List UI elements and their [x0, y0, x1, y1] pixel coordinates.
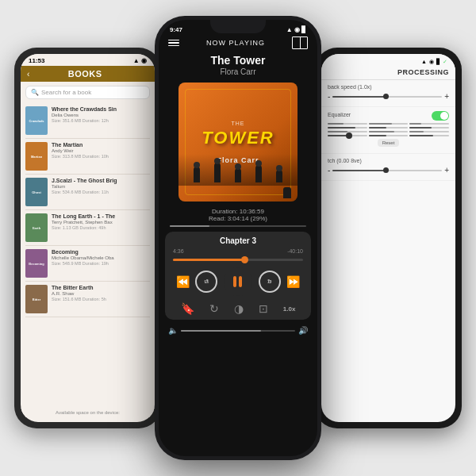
equalizer-toggle[interactable]: [432, 111, 449, 121]
bottom-icons: 🔖 ↻ ◑ ⊡ 1.0x: [173, 302, 303, 315]
signal-icon: ◉: [429, 59, 434, 65]
eq-slider-8[interactable]: [369, 131, 409, 132]
forward-15-button[interactable]: ↻ 15: [259, 271, 281, 293]
list-item[interactable]: Ghost J.Scalzi - The Ghost Brig Talium S…: [25, 175, 150, 210]
battery-icon: ▊: [436, 59, 440, 65]
book-title: Becoming: [52, 249, 150, 255]
search-icon: 🔍: [31, 89, 39, 96]
notch: [210, 16, 266, 33]
eq-slider-11[interactable]: [369, 135, 409, 136]
main-progress-track[interactable]: [170, 225, 306, 227]
pitch-slider[interactable]: [332, 170, 442, 171]
playback-controls: ⏪ ↺ 15 ↻ 15 ⏩: [173, 267, 303, 296]
pause-bar-left: [233, 276, 236, 287]
book-info: Becoming Michelle Obama/Michele Oba Size…: [52, 249, 150, 266]
right-phone-screen: ▲ ◉ ▊ ✓ PROCESSING back speed (1.0x) - +: [321, 54, 455, 422]
left-search-bar[interactable]: 🔍 Search for a book: [25, 86, 150, 99]
duration-info: Duration: 10:36:59: [159, 208, 317, 215]
eq-slider-3[interactable]: [409, 123, 449, 125]
playback-speed-label: back speed (1.0x): [328, 84, 449, 90]
chapter-progress-thumb: [241, 256, 248, 263]
book-info: The Long Earth - 1 - The Terry Pratchett…: [52, 213, 150, 230]
pitch-plus[interactable]: +: [444, 166, 449, 175]
scene: 11:53 ▲ ◉ ‹ BOOKS 🔍 Search for a book Cr…: [0, 0, 476, 476]
read-info: Read: 3:04:14 (29%): [159, 215, 317, 222]
hamburger-menu[interactable]: [168, 40, 179, 47]
book-author: Michelle Obama/Michele Oba: [52, 255, 150, 260]
list-item[interactable]: Martian The Martian Andy Weir Size: 313.…: [25, 139, 150, 175]
pitch-label: tch (0.00 8ve): [328, 158, 449, 163]
volume-high-icon: 🔊: [298, 326, 308, 335]
fast-forward-button[interactable]: ⏩: [286, 275, 300, 288]
book-cover: Martian: [25, 142, 48, 171]
eq-slider-1[interactable]: [328, 123, 367, 125]
reset-button[interactable]: Reset: [378, 139, 400, 147]
playback-speed-slider-row: - +: [328, 92, 449, 101]
eq-slider-9[interactable]: [409, 131, 449, 132]
volume-slider[interactable]: [181, 330, 295, 332]
volume-fill: [181, 330, 261, 332]
chapter-progress-track[interactable]: [173, 259, 303, 261]
menu-line: [168, 45, 179, 47]
eq-row-4: [328, 135, 449, 136]
speed-plus[interactable]: +: [444, 92, 449, 101]
list-item[interactable]: Bitter The Bitter Earth A.R. Shaw Size: …: [25, 282, 150, 317]
center-phone: 9:47 ▲ ◉ ▊ NOW PLAYING The Tower Flora C…: [155, 16, 321, 460]
pitch-minus[interactable]: -: [328, 166, 330, 175]
speed-button[interactable]: 1.0x: [283, 305, 296, 313]
book-icon[interactable]: [292, 36, 308, 49]
eq-slider-10[interactable]: [328, 135, 367, 136]
left-header-title: BOOKS: [33, 69, 137, 79]
book-author: Delia Owens: [52, 113, 150, 117]
equalizer-section: Equalizer: [321, 107, 455, 154]
art-figure: [276, 170, 282, 182]
chapter-progress-fill: [173, 259, 244, 261]
book-meta: Size: 351.6 MB Duration: 12h: [52, 118, 150, 123]
pause-button[interactable]: [224, 267, 252, 296]
book-list: Crawdads Where the Crawdads Sin Delia Ow…: [21, 103, 155, 317]
back-15-button[interactable]: ↺ 15: [195, 271, 217, 293]
book-cover: Crawdads: [25, 106, 48, 135]
art-figure: [194, 167, 200, 182]
right-header: PROCESSING: [321, 67, 455, 80]
eq-slider-12[interactable]: [409, 135, 449, 136]
list-item[interactable]: Earth The Long Earth - 1 - The Terry Pra…: [25, 210, 150, 246]
forward-15-seconds: 15: [267, 279, 272, 284]
pitch-slider-row: - +: [328, 166, 449, 175]
back-button[interactable]: ‹: [27, 70, 29, 79]
book-meta: Size: 534.6 MB Duration: 11h: [52, 190, 150, 194]
list-item[interactable]: Crawdads Where the Crawdads Sin Delia Ow…: [25, 103, 150, 139]
chapter-remaining: -40:10: [287, 248, 303, 254]
book-meta: Size: 313.8 MB Duration: 10h: [52, 154, 150, 159]
playback-speed-section: back speed (1.0x) - +: [321, 80, 455, 107]
speed-minus[interactable]: -: [328, 92, 330, 101]
book-author: Terry Pratchett, Stephen Bax: [52, 220, 150, 225]
center-time: 9:47: [170, 26, 182, 33]
eq-row-1: [328, 123, 449, 125]
left-phone-screen: 11:53 ▲ ◉ ‹ BOOKS 🔍 Search for a book Cr…: [21, 54, 155, 422]
repeat-button[interactable]: ↻: [209, 302, 219, 315]
left-bottom-label: Available space on the device:: [21, 408, 155, 417]
right-phone: ▲ ◉ ▊ ✓ PROCESSING back speed (1.0x) - +: [315, 48, 462, 428]
book-title: The Long Earth - 1 - The: [52, 213, 150, 220]
speed-slider[interactable]: [332, 96, 442, 98]
center-phone-screen: 9:47 ▲ ◉ ▊ NOW PLAYING The Tower Flora C…: [159, 20, 317, 456]
eq-slider-5[interactable]: [369, 127, 409, 129]
eq-slider-4[interactable]: [328, 127, 367, 129]
now-playing-label: NOW PLAYING: [206, 39, 265, 47]
art-main-title: TOWER: [202, 129, 274, 147]
book-cover: Bitter: [25, 285, 48, 313]
rewind-button[interactable]: ⏪: [176, 275, 190, 288]
album-art: THE TOWER Flora Carr: [178, 83, 298, 202]
bookmark-button[interactable]: 🔖: [181, 302, 194, 315]
book-info: J.Scalzi - The Ghost Brig Talium Size: 5…: [52, 178, 150, 194]
airplay-button[interactable]: ⊡: [259, 302, 268, 315]
pause-bar-right: [239, 276, 242, 287]
sleep-button[interactable]: ◑: [234, 302, 244, 315]
eq-slider-6[interactable]: [409, 127, 449, 129]
book-author: Andy Weir: [52, 148, 150, 153]
list-item[interactable]: Becoming Becoming Michelle Obama/Michele…: [25, 246, 150, 282]
eq-slider-2[interactable]: [369, 123, 409, 125]
art-figure: [214, 163, 221, 182]
center-header: NOW PLAYING: [159, 35, 317, 51]
